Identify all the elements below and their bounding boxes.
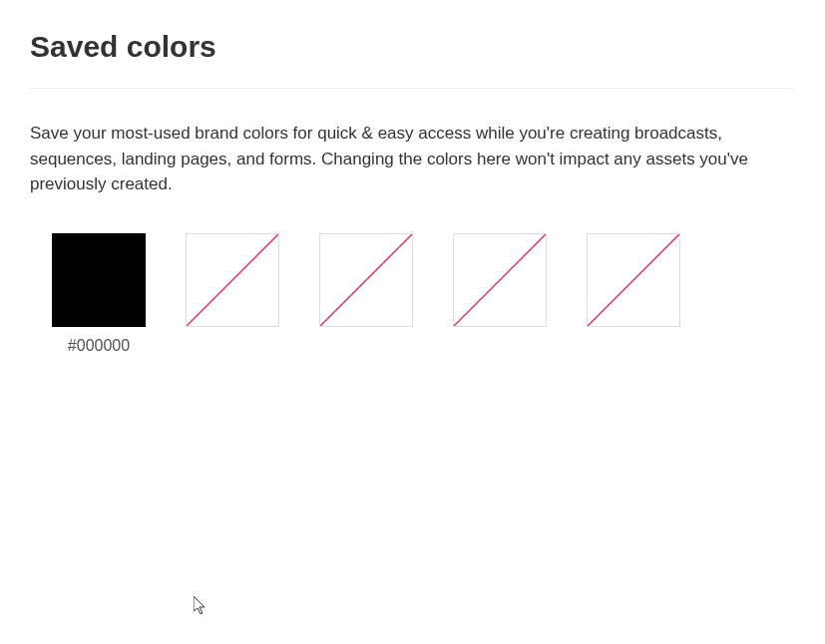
empty-color-swatch[interactable] [587, 233, 680, 327]
color-swatch-item [453, 233, 547, 355]
empty-swatch-diagonal-icon [320, 234, 412, 326]
color-swatch-label: #000000 [68, 337, 130, 355]
color-swatch-item [186, 233, 279, 355]
color-swatch-item: #000000 [52, 233, 146, 355]
empty-color-swatch[interactable] [186, 233, 279, 327]
color-swatch-item [319, 233, 413, 355]
color-swatches-container: #000000 [30, 233, 795, 355]
svg-line-3 [588, 234, 679, 326]
description-text: Save your most-used brand colors for qui… [30, 121, 795, 197]
page-title: Saved colors [30, 30, 795, 64]
color-swatch-item [587, 233, 680, 355]
cursor-icon [194, 596, 209, 616]
divider [30, 88, 795, 89]
empty-color-swatch[interactable] [453, 233, 547, 327]
color-swatch[interactable] [52, 233, 146, 327]
svg-line-2 [454, 234, 546, 326]
svg-line-0 [187, 234, 278, 326]
empty-color-swatch[interactable] [319, 233, 413, 327]
empty-swatch-diagonal-icon [187, 234, 278, 326]
svg-line-1 [320, 234, 412, 326]
empty-swatch-diagonal-icon [588, 234, 679, 326]
empty-swatch-diagonal-icon [454, 234, 546, 326]
